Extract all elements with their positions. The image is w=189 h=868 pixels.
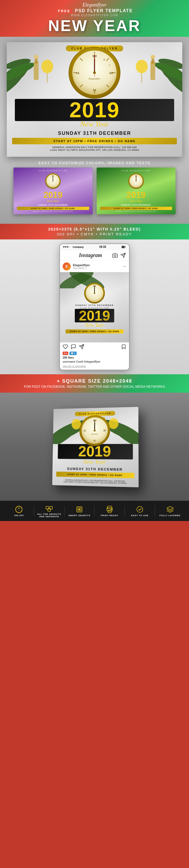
ig-likes-count: 299 likes [60,355,129,360]
mini-clock-green: XII [128,173,144,189]
info-bar: START AT 10PM • FREE DRINKS • DG NAME [12,138,177,144]
customize-label: EASY TO CUSTOMIZE COLORS, IMAGES AND TEX… [7,157,182,167]
ig-view-comments[interactable]: view all 12 comments [60,365,129,370]
send-icon[interactable] [120,253,126,258]
svg-marker-111 [167,506,174,510]
svg-text:Elegantflyer: Elegantflyer [88,77,101,80]
variant-purple-year: 2019 [15,190,90,199]
layers-icon [166,505,174,514]
battery-icon [122,246,126,248]
pine-right [128,53,182,96]
specs-details: 300 DPI • CMYK • PRINT READY [8,232,181,236]
ig-like-count: ♥ 8 [63,351,68,355]
smart-svg-icon [75,506,83,513]
pf-script: New Year [53,458,139,466]
pf-date: Sunday 31th December [52,466,138,472]
svg-text:IX: IX [84,430,86,432]
smart-label: SMART OBJECTS [68,514,90,517]
pf-info-bar: START AT 10PM • FREE DRINKS • DG NAME [56,471,134,478]
easy-icon [136,505,144,514]
variant-green-bar: START AT 10PM • FREE DRINKS • DG NAME [100,207,172,210]
layers-label: FULLY LAYERED [160,514,181,517]
dpi-label: 300 DPI [14,514,24,517]
svg-point-60 [114,254,116,256]
ig-post-header: E Elegantflyer Your place :) ··· [60,261,129,272]
variant-green-date: SUNDAY 31TH DECEMBER [99,204,174,206]
print-label: PRINT READY [101,514,118,517]
svg-point-42 [151,55,155,59]
ig-user-info: Elegantflyer Your place :) [73,264,123,270]
bottom-item-print: PRINT READY [94,505,124,517]
objects-icon [45,504,53,512]
carrier-label: Company [73,246,84,248]
camera-icon[interactable] [112,253,118,258]
svg-text:III: III [109,71,113,74]
main-flyer: WWW.ELEGANTFLYER.COM WWW.ELEGANTFLYER.CO… [7,42,182,157]
ig-script: New Year [85,322,104,328]
bottom-item-layers: FULLY LAYERED [155,505,185,517]
svg-rect-106 [107,506,112,509]
svg-point-105 [78,508,80,510]
flyer-preview-section: WWW.ELEGANTFLYER.COM WWW.ELEGANTFLYER.CO… [0,37,189,224]
variant-green: CLUB ELEGANTFLYER XII 2019 New Year SUND… [97,167,176,214]
ig-location: Your place :) [73,267,123,270]
year-text: 2019 [15,100,174,120]
dpi-svg-icon: 300 DPI [15,506,23,513]
variant-purple-bar: START AT 10PM • FREE DRINKS • DG NAME [17,207,89,210]
date-line: Sunday 31th December [7,130,182,136]
bottom-item-objects: ALL THE OBJECTS ARE SEPARATE [34,504,64,518]
ig-info-bar: START AT 10PM • FREE DRINKS • DG NAME [66,330,123,334]
phone-status-bar: Company 19:33 [60,244,129,250]
instagram-header: Instagram [60,250,129,261]
svg-text:II: II [103,58,105,61]
ig-username[interactable]: Elegantflyer [73,264,123,267]
square-title: + SQUARE SIZE 2048×2048 [5,378,184,384]
ig-more-button[interactable]: ··· [123,264,126,269]
variant-purple-date: SUNDAY 31TH DECEMBER [15,204,90,206]
objects-label: ALL THE OBJECTS ARE SEPARATE [34,513,64,518]
svg-rect-40 [150,61,155,80]
objects-svg-icon [45,504,53,512]
header-top-row: FREE PSD FLYER TEMPLATE [3,8,186,13]
variant-purple-script: New Year [15,199,90,203]
square-subtitle: FOR POST ON FACEBOOK, INSTAGRAM, TWITTER… [5,385,184,389]
bookmark-icon[interactable] [121,344,126,349]
pf-year: 2019 [58,445,133,459]
brand-logo: Elegantflyer [3,2,186,8]
ig-clock: XII [84,282,105,304]
variant-purple: CLUB ELEGANTFLYER XII 2019 New Year SUND… [13,167,93,214]
ig-action-icons[interactable] [112,253,126,258]
ig-post-date: SUNDAY 31TH DECEMBER [75,304,114,306]
svg-point-43 [136,60,148,73]
clock-container: XII III VI IX II I Elegantflyer [67,46,122,100]
svg-rect-58 [122,246,124,248]
variant-purple-club: CLUB ELEGANTFLYER [15,170,90,172]
variant-purple-clock: XII [15,173,90,189]
svg-point-109 [111,509,112,510]
share-icon[interactable] [79,344,84,349]
svg-point-10 [41,60,53,73]
year-block: 2019 New Year [7,99,182,128]
svg-text:VI: VI [93,440,96,442]
new-year-script: New Year [7,120,182,128]
mini-clock-purple: XII [45,173,61,189]
variant-green-clock: XII [99,173,174,189]
comment-icon[interactable] [71,344,76,349]
easy-label: EASY TO USE [131,514,149,517]
layers-svg-icon [166,506,174,513]
svg-point-72 [94,292,95,294]
variant-green-script: New Year [99,199,174,203]
perspective-section: CLUB ELEGANTFLYER [0,393,189,501]
bottom-item-smart: SMART OBJECTS [65,505,94,517]
ig-year: 2019 [79,309,110,322]
phone-mockup: Company 19:33 Instagram [59,244,130,370]
svg-rect-108 [108,510,111,513]
variant-green-details: GENERAL ADMISSION $10 | FOR RESERVATION … [99,211,174,212]
ig-actions [60,342,129,351]
easy-svg-icon [136,506,144,513]
heart-icon[interactable] [63,344,68,349]
free-badge: FREE [56,9,72,13]
svg-text:300: 300 [18,507,20,509]
ig-avatar: E [63,262,71,271]
website-label: WWW.ELEGANTFLYER.COM [3,14,186,17]
